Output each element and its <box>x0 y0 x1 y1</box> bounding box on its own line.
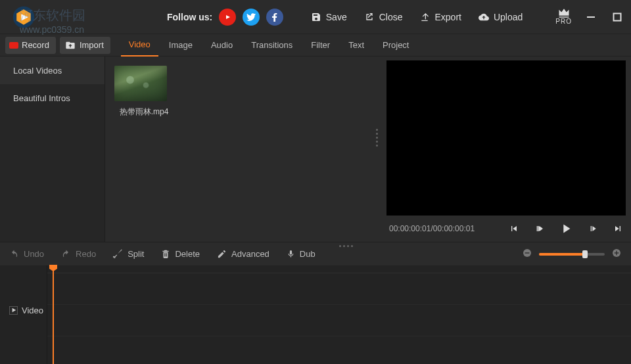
zoom-slider[interactable] <box>539 253 605 256</box>
export-button[interactable]: Export <box>419 12 461 22</box>
timeline: Video <box>0 265 631 364</box>
split-button[interactable]: Split <box>113 249 144 259</box>
export-label: Export <box>434 12 461 22</box>
tab-audio[interactable]: Audio <box>203 34 241 57</box>
minimize-button[interactable] <box>584 10 598 24</box>
tab-image[interactable]: Image <box>161 34 200 57</box>
next-frame-button[interactable] <box>588 223 598 234</box>
asset-filename: 热带雨林.mp4 <box>114 106 174 118</box>
redo-label: Redo <box>76 249 96 259</box>
goto-end-button[interactable] <box>613 223 623 234</box>
sidebar-item-beautiful-intros[interactable]: Beautiful Intros <box>0 84 105 112</box>
asset-thumbnail <box>114 66 167 101</box>
import-label: Import <box>80 40 104 50</box>
record-icon <box>9 42 18 49</box>
video-track-text: Video <box>22 306 43 315</box>
zoom-in-button[interactable] <box>611 248 622 260</box>
tab-transitions[interactable]: Transitions <box>243 34 300 57</box>
media-toolbar: Record Import Video Image Audio Transiti… <box>0 34 631 57</box>
timeline-panel-drag-icon[interactable] <box>339 245 353 247</box>
preview-viewport[interactable] <box>386 60 626 216</box>
zoom-out-button[interactable] <box>522 248 532 260</box>
window-controls: PRO <box>555 9 624 25</box>
close-label: Close <box>379 12 403 22</box>
record-label: Record <box>22 40 49 50</box>
tab-filter[interactable]: Filter <box>303 34 338 57</box>
zoom-slider-fill <box>539 253 585 256</box>
video-track-label[interactable]: Video <box>0 294 47 326</box>
title-bar: Follow us: Save Close Export Upload <box>0 0 631 34</box>
play-icon <box>9 306 18 315</box>
delete-button[interactable]: Delete <box>161 249 200 259</box>
tab-text[interactable]: Text <box>340 34 372 57</box>
redo-button[interactable]: Redo <box>61 249 96 259</box>
play-button[interactable] <box>559 221 573 236</box>
upload-label: Upload <box>494 12 523 22</box>
dub-button[interactable]: Dub <box>287 249 316 259</box>
import-button[interactable]: Import <box>60 37 110 54</box>
preview-controls: 00:00:00:01/00:00:00:01 <box>381 216 631 242</box>
timeline-toolbar: Undo Redo Split Delete Advanced Dub <box>0 242 631 265</box>
media-library: 热带雨林.mp4 <box>105 57 381 242</box>
twitter-icon[interactable] <box>243 9 260 26</box>
timecode-display: 00:00:00:01/00:00:00:01 <box>389 224 475 233</box>
follow-us: Follow us: <box>167 9 283 26</box>
timeline-zoom <box>522 248 622 260</box>
timeline-ruler[interactable] <box>47 265 631 273</box>
zoom-slider-knob[interactable] <box>582 250 588 258</box>
upload-button[interactable]: Upload <box>479 12 523 22</box>
library-sidebar: Local Videos Beautiful Intros <box>0 57 105 242</box>
close-button[interactable]: Close <box>364 12 403 22</box>
preview-panel: 00:00:00:01/00:00:00:01 <box>381 57 631 242</box>
spacer-track <box>47 273 631 305</box>
svg-rect-2 <box>614 13 621 20</box>
svg-rect-7 <box>616 251 617 256</box>
title-actions: Save Close Export Upload PRO <box>311 9 624 25</box>
youtube-icon[interactable] <box>219 9 236 26</box>
follow-label: Follow us: <box>167 12 212 22</box>
undo-label: Undo <box>24 249 44 259</box>
empty-track[interactable] <box>47 336 631 364</box>
record-button[interactable]: Record <box>5 37 56 54</box>
pro-label: PRO <box>555 18 572 25</box>
tab-video[interactable]: Video <box>121 34 158 57</box>
goto-start-button[interactable] <box>509 223 519 234</box>
sidebar-item-local-videos[interactable]: Local Videos <box>0 57 105 84</box>
split-label: Split <box>128 249 144 259</box>
panel-resize-handle[interactable] <box>376 129 380 147</box>
track-labels: Video <box>0 265 47 364</box>
save-label: Save <box>326 12 347 22</box>
media-tabs: Video Image Audio Transitions Filter Tex… <box>121 34 417 57</box>
import-icon <box>65 41 76 50</box>
maximize-button[interactable] <box>610 10 624 24</box>
dub-label: Dub <box>300 249 316 259</box>
timeline-tracks[interactable] <box>47 265 631 364</box>
save-button[interactable]: Save <box>311 12 347 22</box>
advanced-button[interactable]: Advanced <box>217 249 269 259</box>
facebook-icon[interactable] <box>266 9 283 26</box>
prev-frame-button[interactable] <box>534 223 544 234</box>
delete-label: Delete <box>175 249 200 259</box>
app-logo <box>12 5 35 29</box>
video-track[interactable] <box>47 305 631 336</box>
logo-icon <box>12 5 35 29</box>
svg-rect-4 <box>525 252 530 253</box>
playhead[interactable] <box>53 265 54 364</box>
main-area: Local Videos Beautiful Intros 热带雨林.mp4 0… <box>0 57 631 242</box>
undo-button[interactable]: Undo <box>9 249 44 259</box>
tab-project[interactable]: Project <box>375 34 417 57</box>
advanced-label: Advanced <box>231 249 269 259</box>
pro-button[interactable]: PRO <box>555 9 572 25</box>
media-asset[interactable]: 热带雨林.mp4 <box>114 66 174 118</box>
